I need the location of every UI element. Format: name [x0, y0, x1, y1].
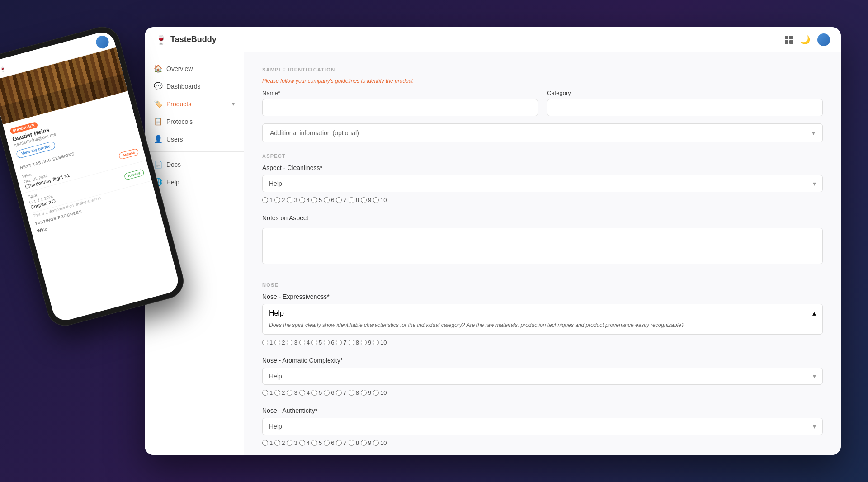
aromatic-radio-9[interactable]: 9 — [361, 389, 371, 396]
cleanliness-field: Aspect - Cleanliness* Help ▾ 1 2 3 4 5 6… — [262, 164, 823, 203]
cleanliness-radio-2[interactable]: 2 — [274, 197, 285, 203]
cleanliness-radio-5[interactable]: 5 — [311, 197, 322, 203]
authenticity-radio-8[interactable]: 8 — [349, 439, 359, 446]
sidebar-label-dashboards: Dashboards — [166, 83, 201, 90]
aromatic-complexity-help-text: Help — [269, 373, 282, 380]
sidebar-divider — [145, 151, 244, 152]
cleanliness-rating-row: 1 2 3 4 5 6 7 8 9 10 — [262, 197, 823, 203]
aromatic-radio-1[interactable]: 1 — [262, 389, 273, 396]
sidebar-item-users[interactable]: 👤 Users — [145, 130, 244, 148]
name-label: Name* — [262, 90, 538, 96]
authenticity-radio-5[interactable]: 5 — [311, 439, 322, 446]
sidebar-item-protocols[interactable]: 📋 Protocols — [145, 113, 244, 130]
aromatic-complexity-rating-row: 1 2 3 4 5 6 7 8 9 10 — [262, 389, 823, 396]
aromatic-complexity-chevron-icon: ▾ — [813, 373, 816, 380]
authenticity-help-box[interactable]: Help ▾ — [262, 418, 823, 435]
aromatic-complexity-help-box[interactable]: Help ▾ — [262, 368, 823, 385]
aromatic-radio-3[interactable]: 3 — [287, 389, 297, 396]
category-input[interactable] — [547, 99, 823, 116]
aromatic-radio-2[interactable]: 2 — [274, 389, 285, 396]
authenticity-radio-1[interactable]: 1 — [262, 439, 273, 446]
cleanliness-radio-3[interactable]: 3 — [287, 197, 297, 203]
expressiveness-radio-10[interactable]: 10 — [373, 339, 387, 346]
authenticity-chevron-icon: ▾ — [813, 423, 816, 430]
expressiveness-radio-1[interactable]: 1 — [262, 339, 273, 346]
cleanliness-chevron-icon: ▾ — [813, 180, 816, 187]
sidebar-label-protocols: Protocols — [166, 118, 193, 125]
brand-icon: 🍷 — [156, 34, 167, 45]
expressiveness-chevron-icon: ▴ — [812, 309, 816, 317]
aromatic-radio-7[interactable]: 7 — [336, 389, 346, 396]
expressiveness-radio-5[interactable]: 5 — [311, 339, 322, 346]
cleanliness-help-text: Help — [269, 180, 282, 187]
authenticity-label: Nose - Authenticity* — [262, 407, 823, 414]
cleanliness-radio-6[interactable]: 6 — [324, 197, 334, 203]
grid-icon[interactable] — [785, 36, 793, 44]
dashboards-icon: 💬 — [154, 82, 162, 90]
sidebar-item-products[interactable]: 🏷️ Products ▾ — [145, 95, 244, 113]
expressiveness-help-header[interactable]: Help ▴ — [269, 309, 816, 317]
cleanliness-label: Aspect - Cleanliness* — [262, 164, 823, 171]
aromatic-radio-5[interactable]: 5 — [311, 389, 322, 396]
cleanliness-radio-10[interactable]: 10 — [373, 197, 387, 203]
dark-mode-icon[interactable]: 🌙 — [800, 35, 810, 45]
sidebar-label-docs: Docs — [166, 161, 181, 168]
sidebar-item-overview[interactable]: 🏠 Overview — [145, 60, 244, 77]
authenticity-help-text: Help — [269, 423, 282, 430]
aromatic-radio-8[interactable]: 8 — [349, 389, 359, 396]
authenticity-radio-10[interactable]: 10 — [373, 439, 387, 446]
aromatic-radio-10[interactable]: 10 — [373, 389, 387, 396]
notes-on-aspect-label: Notes on Aspect — [262, 214, 823, 222]
aspect-section-label: ASPECT — [262, 153, 823, 159]
aromatic-complexity-label: Nose - Aromatic Complexity* — [262, 357, 823, 364]
desktop-app: 🍷 TasteBuddy 🌙 🏠 Overview 💬 Dashboards — [145, 27, 841, 455]
expressiveness-radio-6[interactable]: 6 — [324, 339, 334, 346]
nose-section-label: NOSE — [262, 282, 823, 288]
authenticity-radio-9[interactable]: 9 — [361, 439, 371, 446]
cleanliness-radio-9[interactable]: 9 — [361, 197, 371, 203]
expressiveness-radio-7[interactable]: 7 — [336, 339, 346, 346]
expressiveness-radio-2[interactable]: 2 — [274, 339, 285, 346]
expressiveness-help-box: Help ▴ Does the spirit clearly show iden… — [262, 304, 823, 335]
cleanliness-radio-4[interactable]: 4 — [299, 197, 310, 203]
expressiveness-label: Nose - Expressiveness* — [262, 293, 823, 300]
cleanliness-help-box[interactable]: Help ▾ — [262, 175, 823, 192]
main-layout: 🏠 Overview 💬 Dashboards 🏷️ Products ▾ 📋 … — [145, 52, 841, 455]
docs-icon: 📄 — [154, 160, 162, 169]
cleanliness-radio-1[interactable]: 1 — [262, 197, 273, 203]
nose-section: NOSE Nose - Expressiveness* Help ▴ Does … — [262, 282, 823, 446]
sidebar-item-docs[interactable]: 📄 Docs — [145, 156, 244, 173]
sidebar-item-dashboards[interactable]: 💬 Dashboards — [145, 77, 244, 95]
authenticity-radio-3[interactable]: 3 — [287, 439, 297, 446]
users-icon: 👤 — [154, 135, 162, 143]
sample-identification-hint: Please follow your company's guidelines … — [262, 78, 823, 84]
notes-on-aspect-group: Notes on Aspect — [262, 214, 823, 271]
cleanliness-radio-8[interactable]: 8 — [349, 197, 359, 203]
aromatic-radio-4[interactable]: 4 — [299, 389, 310, 396]
aromatic-radio-6[interactable]: 6 — [324, 389, 334, 396]
globe-icon[interactable] — [817, 33, 830, 46]
authenticity-radio-6[interactable]: 6 — [324, 439, 334, 446]
sidebar-item-help[interactable]: 🌐 Help — [145, 173, 244, 191]
expressiveness-radio-8[interactable]: 8 — [349, 339, 359, 346]
expressiveness-field: Nose - Expressiveness* Help ▴ Does the s… — [262, 293, 823, 346]
name-input[interactable] — [262, 99, 538, 116]
cleanliness-radio-7[interactable]: 7 — [336, 197, 346, 203]
notes-on-aspect-textarea[interactable] — [262, 228, 823, 264]
additional-info-row[interactable]: Additional information (optional) ▾ — [262, 123, 823, 142]
aromatic-complexity-field: Nose - Aromatic Complexity* Help ▾ 1 2 3… — [262, 357, 823, 396]
products-icon: 🏷️ — [154, 99, 162, 108]
authenticity-radio-7[interactable]: 7 — [336, 439, 346, 446]
expressiveness-radio-9[interactable]: 9 — [361, 339, 371, 346]
expressiveness-radio-3[interactable]: 3 — [287, 339, 297, 346]
authenticity-radio-2[interactable]: 2 — [274, 439, 285, 446]
expressiveness-radio-4[interactable]: 4 — [299, 339, 310, 346]
category-field-group: Category — [547, 90, 823, 116]
name-field-group: Name* — [262, 90, 538, 116]
sample-identification-section: SAMPLE IDENTIFICATION Please follow your… — [262, 67, 823, 142]
protocols-icon: 📋 — [154, 117, 162, 126]
top-bar-actions: 🌙 — [785, 33, 830, 46]
authenticity-radio-4[interactable]: 4 — [299, 439, 310, 446]
brand-name: TasteBuddy — [170, 35, 217, 44]
aspect-section: ASPECT Aspect - Cleanliness* Help ▾ 1 2 … — [262, 153, 823, 271]
